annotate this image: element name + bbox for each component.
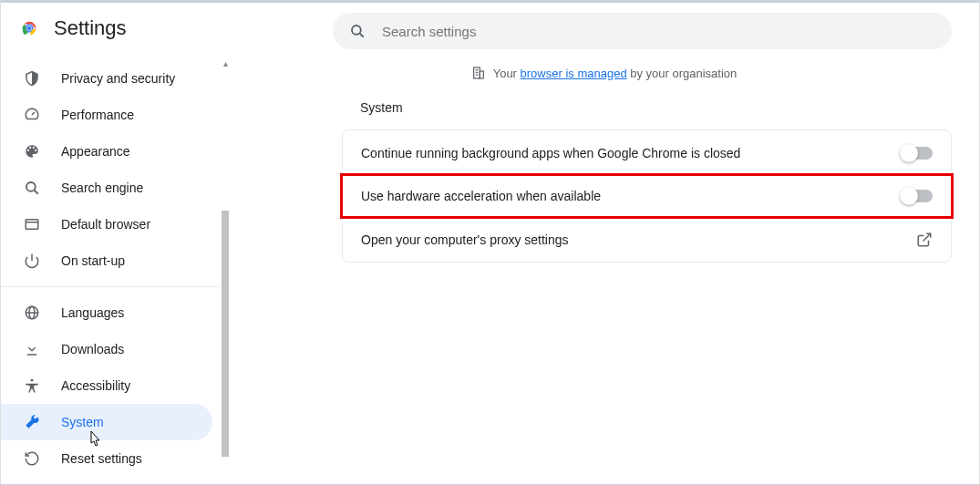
row-background-apps[interactable]: Continue running background apps when Go… <box>343 130 951 176</box>
settings-card: Continue running background apps when Go… <box>342 129 952 263</box>
speedometer-icon <box>23 107 41 123</box>
sidebar-item-system[interactable]: System <box>1 404 212 440</box>
section-title: System <box>360 100 957 115</box>
row-hardware-acceleration[interactable]: Use hardware acceleration when available <box>340 173 954 219</box>
row-label: Use hardware acceleration when available <box>361 189 601 203</box>
chrome-logo-icon <box>19 18 39 38</box>
svg-rect-16 <box>473 67 480 78</box>
wrench-icon <box>23 414 41 430</box>
browser-icon <box>23 216 41 232</box>
reset-icon <box>23 450 41 467</box>
managed-notice: Your browser is managed by your organisa… <box>251 66 957 80</box>
sidebar-item-search-engine[interactable]: Search engine <box>1 170 212 206</box>
sidebar-item-languages[interactable]: Languages <box>1 294 212 331</box>
settings-title: Settings <box>54 16 127 40</box>
building-icon <box>471 66 486 80</box>
brand-row: Settings <box>1 16 220 57</box>
sidebar-item-label: Appearance <box>61 144 130 159</box>
managed-link[interactable]: browser is managed <box>521 67 627 80</box>
sidebar-item-accessibility[interactable]: Accessibility <box>1 367 212 404</box>
globe-icon <box>23 304 41 321</box>
toggle-background-apps[interactable] <box>902 147 933 160</box>
sidebar-item-label: On start-up <box>61 253 125 268</box>
row-label: Continue running background apps when Go… <box>361 146 740 160</box>
managed-suffix: by your organisation <box>627 67 738 80</box>
download-icon <box>23 341 41 357</box>
svg-rect-7 <box>26 220 38 230</box>
sidebar-item-label: Search engine <box>61 181 143 195</box>
accessibility-icon <box>23 377 41 394</box>
palette-icon <box>23 143 41 160</box>
svg-point-13 <box>31 379 34 382</box>
sidebar-item-appearance[interactable]: Appearance <box>1 133 212 170</box>
shield-icon <box>23 70 41 87</box>
power-icon <box>23 253 41 269</box>
svg-point-5 <box>26 182 36 191</box>
sidebar-item-privacy[interactable]: Privacy and security <box>1 60 212 97</box>
search-bar[interactable] <box>333 13 952 49</box>
external-link-icon <box>916 232 933 248</box>
sidebar-item-label: Default browser <box>61 217 150 232</box>
svg-line-6 <box>34 190 37 193</box>
svg-point-3 <box>26 26 31 30</box>
svg-rect-17 <box>480 71 483 78</box>
sidebar-item-downloads[interactable]: Downloads <box>1 331 212 367</box>
sidebar-item-label: Reset settings <box>61 451 142 466</box>
svg-line-15 <box>359 33 363 36</box>
sidebar-item-label: Privacy and security <box>61 71 175 86</box>
managed-prefix: Your <box>493 67 521 80</box>
scrollbar-thumb[interactable] <box>222 211 229 457</box>
sidebar-item-on-startup[interactable]: On start-up <box>1 242 212 279</box>
svg-point-14 <box>352 26 361 35</box>
svg-line-4 <box>32 112 35 115</box>
main-content: Your browser is managed by your organisa… <box>229 3 979 484</box>
svg-line-21 <box>923 233 931 241</box>
sidebar-item-performance[interactable]: Performance <box>1 97 212 133</box>
sidebar-item-label: Languages <box>61 305 124 320</box>
search-icon <box>349 23 366 39</box>
row-label: Open your computer's proxy settings <box>361 232 569 247</box>
sidebar-item-label: Downloads <box>61 342 124 356</box>
sidebar-item-reset[interactable]: Reset settings <box>1 440 212 477</box>
search-icon <box>23 180 41 196</box>
sidebar: Settings Privacy and security Performanc… <box>1 3 229 484</box>
sidebar-item-label: Performance <box>61 108 134 122</box>
sidebar-item-default-browser[interactable]: Default browser <box>1 206 212 242</box>
sidebar-divider <box>1 286 220 287</box>
row-proxy-settings[interactable]: Open your computer's proxy settings <box>343 216 951 262</box>
sidebar-item-label: System <box>61 415 104 429</box>
sidebar-item-label: Accessibility <box>61 378 130 393</box>
sidebar-scrollbar[interactable]: ▴ <box>222 60 229 484</box>
search-input[interactable] <box>382 24 935 39</box>
nav-section: Privacy and security Performance Appeara… <box>1 57 220 477</box>
toggle-hardware-acceleration[interactable] <box>902 190 933 202</box>
scroll-up-arrow-icon[interactable]: ▴ <box>222 60 229 67</box>
